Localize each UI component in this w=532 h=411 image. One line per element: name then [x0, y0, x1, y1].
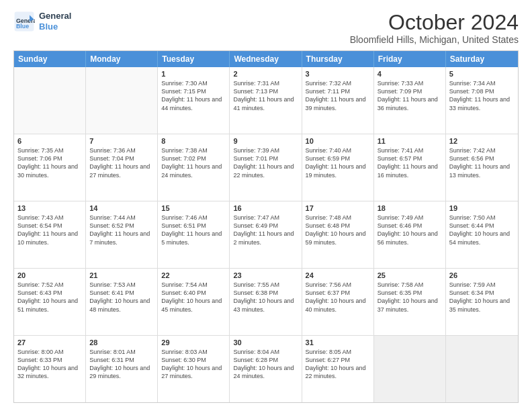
title-block: October 2024 Bloomfield Hills, Michigan,… — [350, 11, 519, 45]
day-info: Sunrise: 7:48 AMSunset: 6:48 PMDaylight:… — [306, 214, 370, 246]
calendar-cell-day-9: 9Sunrise: 7:39 AMSunset: 7:01 PMDaylight… — [230, 134, 302, 201]
calendar-header: SundayMondayTuesdayWednesdayThursdayFrid… — [14, 51, 518, 67]
calendar-cell-empty — [446, 336, 518, 402]
day-number: 10 — [306, 137, 370, 145]
day-number: 30 — [233, 338, 298, 347]
day-info: Sunrise: 7:38 AMSunset: 7:02 PMDaylight:… — [161, 146, 226, 179]
calendar-cell-empty — [86, 67, 158, 134]
calendar-cell-day-16: 16Sunrise: 7:47 AMSunset: 6:49 PMDayligh… — [230, 201, 302, 268]
day-number: 15 — [161, 204, 226, 212]
day-info: Sunrise: 7:56 AMSunset: 6:37 PMDaylight:… — [306, 281, 370, 314]
day-info: Sunrise: 7:47 AMSunset: 6:49 PMDaylight:… — [233, 214, 298, 246]
day-info: Sunrise: 8:04 AMSunset: 6:28 PMDaylight:… — [233, 348, 298, 381]
calendar-week-1: 1Sunrise: 7:30 AMSunset: 7:15 PMDaylight… — [14, 67, 518, 134]
calendar-cell-day-1: 1Sunrise: 7:30 AMSunset: 7:15 PMDaylight… — [158, 67, 230, 134]
day-info: Sunrise: 7:32 AMSunset: 7:11 PMDaylight:… — [306, 79, 370, 112]
day-number: 27 — [17, 338, 82, 347]
day-info: Sunrise: 7:46 AMSunset: 6:51 PMDaylight:… — [161, 214, 226, 246]
day-info: Sunrise: 7:31 AMSunset: 7:13 PMDaylight:… — [233, 79, 298, 112]
header-day-friday: Friday — [374, 51, 446, 67]
calendar-cell-day-26: 26Sunrise: 7:59 AMSunset: 6:34 PMDayligh… — [446, 269, 518, 335]
calendar-week-3: 13Sunrise: 7:43 AMSunset: 6:54 PMDayligh… — [14, 201, 518, 268]
day-number: 11 — [378, 137, 442, 145]
day-number: 23 — [233, 271, 298, 279]
calendar-cell-day-8: 8Sunrise: 7:38 AMSunset: 7:02 PMDaylight… — [158, 134, 230, 201]
calendar-body: 1Sunrise: 7:30 AMSunset: 7:15 PMDaylight… — [14, 67, 518, 402]
logo-line1: General — [39, 11, 71, 21]
day-info: Sunrise: 7:44 AMSunset: 6:52 PMDaylight:… — [89, 214, 154, 246]
calendar-cell-day-21: 21Sunrise: 7:53 AMSunset: 6:41 PMDayligh… — [86, 269, 158, 335]
logo-line2: Blue — [39, 21, 71, 32]
day-info: Sunrise: 7:41 AMSunset: 6:57 PMDaylight:… — [378, 146, 442, 179]
day-info: Sunrise: 7:53 AMSunset: 6:41 PMDaylight:… — [89, 281, 154, 314]
calendar-cell-day-29: 29Sunrise: 8:03 AMSunset: 6:30 PMDayligh… — [158, 336, 230, 402]
day-number: 6 — [17, 137, 82, 145]
calendar-cell-day-18: 18Sunrise: 7:49 AMSunset: 6:46 PMDayligh… — [374, 201, 446, 268]
day-info: Sunrise: 7:39 AMSunset: 7:01 PMDaylight:… — [233, 146, 298, 179]
calendar-cell-day-27: 27Sunrise: 8:00 AMSunset: 6:33 PMDayligh… — [14, 336, 86, 402]
day-info: Sunrise: 8:03 AMSunset: 6:30 PMDaylight:… — [161, 348, 226, 381]
calendar-cell-day-17: 17Sunrise: 7:48 AMSunset: 6:48 PMDayligh… — [302, 201, 374, 268]
calendar-cell-day-13: 13Sunrise: 7:43 AMSunset: 6:54 PMDayligh… — [14, 201, 86, 268]
day-number: 29 — [161, 338, 226, 347]
header: General Blue General Blue October 2024 B… — [13, 11, 519, 45]
day-info: Sunrise: 8:05 AMSunset: 6:27 PMDaylight:… — [306, 348, 370, 381]
day-info: Sunrise: 7:49 AMSunset: 6:46 PMDaylight:… — [378, 214, 442, 246]
day-number: 5 — [449, 70, 515, 78]
calendar-cell-day-7: 7Sunrise: 7:36 AMSunset: 7:04 PMDaylight… — [86, 134, 158, 201]
day-info: Sunrise: 8:00 AMSunset: 6:33 PMDaylight:… — [17, 348, 82, 381]
day-number: 20 — [17, 271, 82, 279]
month-title: October 2024 — [350, 11, 519, 34]
header-day-wednesday: Wednesday — [230, 51, 302, 67]
header-day-monday: Monday — [86, 51, 158, 67]
day-info: Sunrise: 7:30 AMSunset: 7:15 PMDaylight:… — [161, 79, 226, 112]
calendar-cell-day-24: 24Sunrise: 7:56 AMSunset: 6:37 PMDayligh… — [302, 269, 374, 335]
day-info: Sunrise: 7:55 AMSunset: 6:38 PMDaylight:… — [233, 281, 298, 314]
calendar-cell-day-11: 11Sunrise: 7:41 AMSunset: 6:57 PMDayligh… — [374, 134, 446, 201]
header-day-saturday: Saturday — [446, 51, 518, 67]
day-info: Sunrise: 7:35 AMSunset: 7:06 PMDaylight:… — [17, 146, 82, 179]
day-info: Sunrise: 7:36 AMSunset: 7:04 PMDaylight:… — [89, 146, 154, 179]
day-number: 19 — [449, 204, 515, 212]
day-number: 12 — [449, 137, 515, 145]
calendar-cell-empty — [374, 336, 446, 402]
day-number: 16 — [233, 204, 298, 212]
day-number: 18 — [378, 204, 442, 212]
day-info: Sunrise: 7:34 AMSunset: 7:08 PMDaylight:… — [449, 79, 515, 112]
calendar-cell-day-15: 15Sunrise: 7:46 AMSunset: 6:51 PMDayligh… — [158, 201, 230, 268]
day-number: 21 — [89, 271, 154, 279]
day-number: 1 — [161, 70, 226, 78]
header-day-thursday: Thursday — [302, 51, 374, 67]
calendar-week-4: 20Sunrise: 7:52 AMSunset: 6:43 PMDayligh… — [14, 268, 518, 335]
day-number: 8 — [161, 137, 226, 145]
day-number: 4 — [378, 70, 442, 78]
calendar-cell-day-31: 31Sunrise: 8:05 AMSunset: 6:27 PMDayligh… — [302, 336, 374, 402]
day-number: 22 — [161, 271, 226, 279]
calendar-cell-day-20: 20Sunrise: 7:52 AMSunset: 6:43 PMDayligh… — [14, 269, 86, 335]
calendar-cell-day-2: 2Sunrise: 7:31 AMSunset: 7:13 PMDaylight… — [230, 67, 302, 134]
calendar-cell-day-5: 5Sunrise: 7:34 AMSunset: 7:08 PMDaylight… — [446, 67, 518, 134]
day-number: 2 — [233, 70, 298, 78]
svg-text:Blue: Blue — [16, 23, 29, 30]
calendar-cell-day-23: 23Sunrise: 7:55 AMSunset: 6:38 PMDayligh… — [230, 269, 302, 335]
day-info: Sunrise: 7:50 AMSunset: 6:44 PMDaylight:… — [449, 214, 515, 246]
header-day-tuesday: Tuesday — [158, 51, 230, 67]
day-number: 25 — [378, 271, 442, 279]
logo-icon: General Blue — [13, 11, 35, 32]
calendar-cell-day-10: 10Sunrise: 7:40 AMSunset: 6:59 PMDayligh… — [302, 134, 374, 201]
day-number: 17 — [306, 204, 370, 212]
calendar-cell-day-25: 25Sunrise: 7:58 AMSunset: 6:35 PMDayligh… — [374, 269, 446, 335]
day-number: 9 — [233, 137, 298, 145]
day-info: Sunrise: 7:52 AMSunset: 6:43 PMDaylight:… — [17, 281, 82, 314]
day-number: 26 — [449, 271, 515, 279]
header-day-sunday: Sunday — [14, 51, 86, 67]
calendar-cell-day-4: 4Sunrise: 7:33 AMSunset: 7:09 PMDaylight… — [374, 67, 446, 134]
page: General Blue General Blue October 2024 B… — [0, 0, 532, 411]
calendar-cell-day-6: 6Sunrise: 7:35 AMSunset: 7:06 PMDaylight… — [14, 134, 86, 201]
day-number: 14 — [89, 204, 154, 212]
day-info: Sunrise: 7:58 AMSunset: 6:35 PMDaylight:… — [378, 281, 442, 314]
day-info: Sunrise: 7:42 AMSunset: 6:56 PMDaylight:… — [449, 146, 515, 179]
calendar-cell-day-14: 14Sunrise: 7:44 AMSunset: 6:52 PMDayligh… — [86, 201, 158, 268]
calendar-cell-empty — [14, 67, 86, 134]
day-number: 7 — [89, 137, 154, 145]
